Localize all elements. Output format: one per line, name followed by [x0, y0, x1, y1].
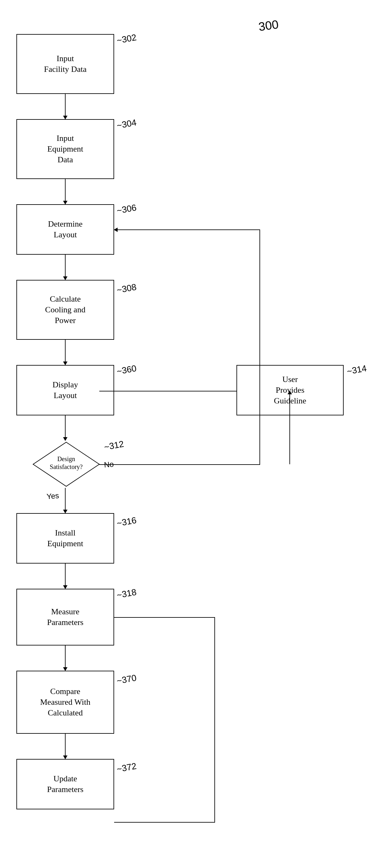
line-user-provides-up: [290, 391, 290, 464]
box-input-facility-data: Input Facility Data: [17, 34, 114, 94]
line-no-horizontal: [99, 391, 236, 392]
line-right-vertical: [260, 229, 260, 464]
box-calculate-cooling-power: Calculate Cooling and Power: [17, 280, 114, 340]
diamond-design-satisfactory: Design Satisfactory?: [32, 441, 101, 488]
arrow-3-to-4: [65, 255, 66, 280]
annotation-304: ~304: [116, 118, 138, 131]
line-feedback-h: [114, 617, 215, 618]
box-display-layout: Display Layout: [17, 365, 114, 415]
flowchart-diagram: 300 Input Facility Data ~302 Input Equip…: [0, 0, 390, 868]
svg-text:Design: Design: [57, 456, 76, 463]
line-update-feedback-h: [114, 822, 215, 823]
line-diamond-right: [99, 464, 260, 465]
arrow-5-to-diamond: [65, 415, 66, 441]
arrow-9-to-10: [65, 734, 66, 759]
arrow-4-to-5: [65, 340, 66, 365]
svg-text:Satisfactory?: Satisfactory?: [50, 463, 83, 471]
box-install-equipment: Install Equipment: [17, 513, 114, 563]
annotation-370: ~370: [116, 673, 138, 686]
arrow-2-to-3: [65, 179, 66, 204]
annotation-372: ~372: [116, 761, 138, 774]
arrow-diamond-to-install: [65, 488, 66, 513]
yes-label: Yes: [46, 491, 59, 501]
box-measure-parameters: Measure Parameters: [17, 589, 114, 646]
annotation-312: ~312: [103, 439, 125, 452]
box-input-equipment-data: Input Equipment Data: [17, 119, 114, 179]
annotation-314: ~314: [346, 363, 368, 377]
arrow-8-to-9: [65, 646, 66, 671]
box-user-provides-guideline: User Provides Guideline: [236, 365, 344, 415]
annotation-306: ~306: [116, 203, 138, 216]
box-determine-layout: Determine Layout: [17, 204, 114, 255]
annotation-318: ~318: [116, 587, 138, 600]
annotation-302: ~302: [116, 32, 138, 46]
annotation-308: ~308: [116, 282, 138, 295]
annotation-300: 300: [258, 18, 279, 34]
box-update-parameters: Update Parameters: [17, 759, 114, 809]
arrow-to-box306: [114, 229, 260, 230]
arrow-7-to-8: [65, 563, 66, 589]
line-feedback-v: [214, 617, 215, 822]
annotation-360: ~360: [116, 363, 138, 377]
box-compare-measured: Compare Measured With Calculated: [17, 671, 114, 734]
arrow-1-to-2: [65, 94, 66, 119]
annotation-316: ~316: [116, 515, 138, 529]
